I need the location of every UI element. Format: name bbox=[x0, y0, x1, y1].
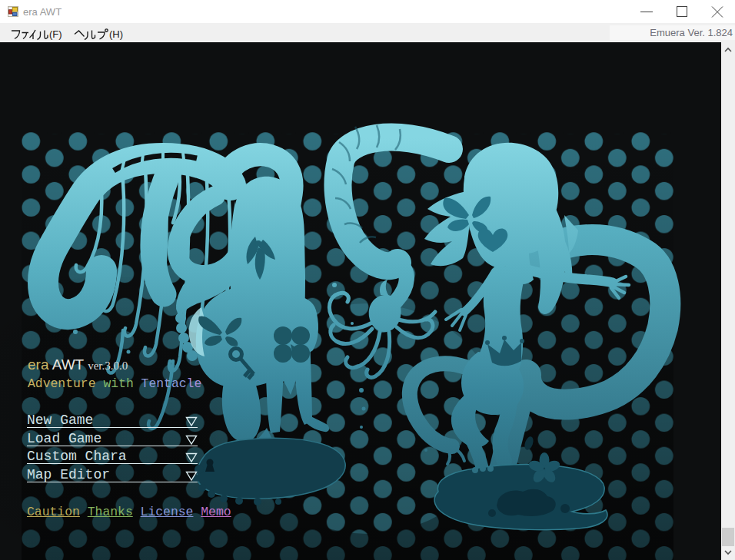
svg-text:(F): (F) bbox=[49, 28, 62, 40]
svg-text:(H): (H) bbox=[109, 28, 123, 40]
